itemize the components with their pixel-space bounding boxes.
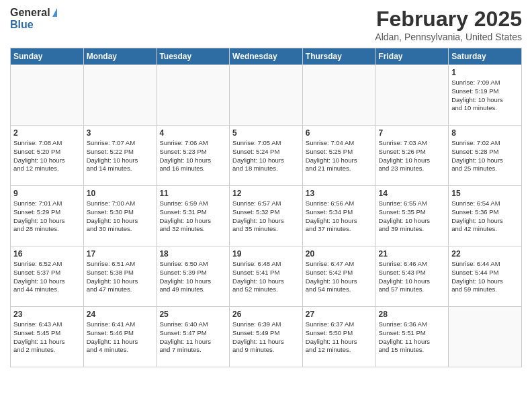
day-number: 24 — [87, 310, 154, 319]
day-info: Sunrise: 6:55 AM Sunset: 5:35 PM Dayligh… — [379, 199, 446, 234]
day-info: Sunrise: 6:54 AM Sunset: 5:36 PM Dayligh… — [451, 199, 519, 234]
calendar-cell: 2Sunrise: 7:08 AM Sunset: 5:20 PM Daylig… — [11, 126, 84, 186]
day-info: Sunrise: 6:52 AM Sunset: 5:37 PM Dayligh… — [13, 260, 81, 294]
logo-brand: General Blue — [10, 7, 57, 30]
calendar-cell: 10Sunrise: 7:00 AM Sunset: 5:30 PM Dayli… — [83, 186, 157, 246]
calendar-cell: 18Sunrise: 6:50 AM Sunset: 5:39 PM Dayli… — [157, 246, 230, 307]
day-number: 6 — [306, 128, 373, 138]
week-row-4: 16Sunrise: 6:52 AM Sunset: 5:37 PM Dayli… — [11, 246, 522, 307]
weekday-sunday: Sunday — [11, 48, 84, 65]
day-number: 23 — [13, 310, 81, 319]
calendar-cell: 3Sunrise: 7:07 AM Sunset: 5:22 PM Daylig… — [83, 126, 157, 186]
week-row-5: 23Sunrise: 6:43 AM Sunset: 5:45 PM Dayli… — [11, 307, 522, 367]
day-number: 18 — [159, 249, 226, 259]
calendar-cell — [11, 65, 84, 126]
logo-general-text: General — [10, 7, 50, 19]
day-info: Sunrise: 6:50 AM Sunset: 5:39 PM Dayligh… — [159, 260, 226, 294]
day-number: 20 — [306, 249, 373, 259]
day-info: Sunrise: 7:02 AM Sunset: 5:28 PM Dayligh… — [451, 139, 519, 173]
day-info: Sunrise: 7:09 AM Sunset: 5:19 PM Dayligh… — [451, 79, 519, 113]
calendar-cell — [230, 65, 303, 126]
day-info: Sunrise: 6:47 AM Sunset: 5:42 PM Dayligh… — [306, 260, 373, 294]
calendar-cell: 7Sunrise: 7:03 AM Sunset: 5:26 PM Daylig… — [375, 126, 449, 186]
weekday-saturday: Saturday — [449, 48, 522, 65]
day-info: Sunrise: 6:59 AM Sunset: 5:31 PM Dayligh… — [159, 199, 226, 234]
day-number: 27 — [306, 310, 373, 319]
calendar-cell: 28Sunrise: 6:36 AM Sunset: 5:51 PM Dayli… — [375, 307, 449, 367]
calendar-cell: 17Sunrise: 6:51 AM Sunset: 5:38 PM Dayli… — [83, 246, 157, 307]
day-number: 3 — [87, 128, 154, 138]
calendar-cell: 15Sunrise: 6:54 AM Sunset: 5:36 PM Dayli… — [449, 186, 522, 246]
day-info: Sunrise: 7:06 AM Sunset: 5:23 PM Dayligh… — [159, 139, 226, 173]
calendar-cell: 11Sunrise: 6:59 AM Sunset: 5:31 PM Dayli… — [157, 186, 230, 246]
day-info: Sunrise: 6:39 AM Sunset: 5:49 PM Dayligh… — [232, 320, 300, 355]
calendar-cell: 24Sunrise: 6:41 AM Sunset: 5:46 PM Dayli… — [83, 307, 157, 367]
day-number: 16 — [13, 249, 81, 259]
logo-triangle-icon — [52, 8, 57, 17]
calendar-cell: 21Sunrise: 6:46 AM Sunset: 5:43 PM Dayli… — [375, 246, 449, 307]
calendar-cell: 27Sunrise: 6:37 AM Sunset: 5:50 PM Dayli… — [302, 307, 375, 367]
day-number: 14 — [379, 189, 446, 198]
day-number: 21 — [379, 249, 446, 259]
calendar-cell: 1Sunrise: 7:09 AM Sunset: 5:19 PM Daylig… — [449, 65, 522, 126]
logo-blue-text: Blue — [10, 19, 34, 31]
day-info: Sunrise: 6:57 AM Sunset: 5:32 PM Dayligh… — [232, 199, 300, 234]
calendar-cell: 20Sunrise: 6:47 AM Sunset: 5:42 PM Dayli… — [302, 246, 375, 307]
day-info: Sunrise: 6:43 AM Sunset: 5:45 PM Dayligh… — [13, 320, 81, 355]
calendar-cell: 23Sunrise: 6:43 AM Sunset: 5:45 PM Dayli… — [11, 307, 84, 367]
calendar-cell — [157, 65, 230, 126]
title-block: February 2025 Aldan, Pennsylvania, Unite… — [375, 7, 522, 42]
calendar-cell: 13Sunrise: 6:56 AM Sunset: 5:34 PM Dayli… — [302, 186, 375, 246]
calendar-cell — [83, 65, 157, 126]
calendar-cell — [302, 65, 375, 126]
weekday-wednesday: Wednesday — [230, 48, 303, 65]
day-info: Sunrise: 6:56 AM Sunset: 5:34 PM Dayligh… — [306, 199, 373, 234]
weekday-header-row: SundayMondayTuesdayWednesdayThursdayFrid… — [11, 48, 522, 65]
logo: General Blue — [10, 7, 57, 30]
day-number: 2 — [13, 128, 81, 138]
day-number: 7 — [379, 128, 446, 138]
calendar-cell: 8Sunrise: 7:02 AM Sunset: 5:28 PM Daylig… — [449, 126, 522, 186]
day-info: Sunrise: 7:00 AM Sunset: 5:30 PM Dayligh… — [87, 199, 154, 234]
day-info: Sunrise: 7:03 AM Sunset: 5:26 PM Dayligh… — [379, 139, 446, 173]
calendar-cell: 6Sunrise: 7:04 AM Sunset: 5:25 PM Daylig… — [302, 126, 375, 186]
day-info: Sunrise: 6:48 AM Sunset: 5:41 PM Dayligh… — [232, 260, 300, 294]
calendar-cell: 22Sunrise: 6:44 AM Sunset: 5:44 PM Dayli… — [449, 246, 522, 307]
day-info: Sunrise: 7:01 AM Sunset: 5:29 PM Dayligh… — [13, 199, 81, 234]
header: General Blue February 2025 Aldan, Pennsy… — [10, 7, 522, 42]
day-number: 8 — [451, 128, 519, 138]
week-row-3: 9Sunrise: 7:01 AM Sunset: 5:29 PM Daylig… — [11, 186, 522, 246]
day-info: Sunrise: 6:51 AM Sunset: 5:38 PM Dayligh… — [87, 260, 154, 294]
day-info: Sunrise: 6:36 AM Sunset: 5:51 PM Dayligh… — [379, 320, 446, 355]
day-number: 25 — [159, 310, 226, 319]
page: General Blue February 2025 Aldan, Pennsy… — [0, 0, 532, 411]
calendar: SundayMondayTuesdayWednesdayThursdayFrid… — [10, 48, 522, 367]
day-number: 4 — [159, 128, 226, 138]
weekday-friday: Friday — [375, 48, 449, 65]
weekday-thursday: Thursday — [302, 48, 375, 65]
week-row-2: 2Sunrise: 7:08 AM Sunset: 5:20 PM Daylig… — [11, 126, 522, 186]
calendar-cell: 25Sunrise: 6:40 AM Sunset: 5:47 PM Dayli… — [157, 307, 230, 367]
day-number: 9 — [13, 189, 81, 198]
day-number: 13 — [306, 189, 373, 198]
day-info: Sunrise: 6:37 AM Sunset: 5:50 PM Dayligh… — [306, 320, 373, 355]
calendar-cell: 4Sunrise: 7:06 AM Sunset: 5:23 PM Daylig… — [157, 126, 230, 186]
day-number: 1 — [451, 68, 519, 77]
day-number: 26 — [232, 310, 300, 319]
day-number: 12 — [232, 189, 300, 198]
day-info: Sunrise: 7:08 AM Sunset: 5:20 PM Dayligh… — [13, 139, 81, 173]
day-number: 15 — [451, 189, 519, 198]
day-number: 10 — [87, 189, 154, 198]
calendar-cell: 5Sunrise: 7:05 AM Sunset: 5:24 PM Daylig… — [230, 126, 303, 186]
week-row-1: 1Sunrise: 7:09 AM Sunset: 5:19 PM Daylig… — [11, 65, 522, 126]
calendar-cell — [375, 65, 449, 126]
day-info: Sunrise: 6:41 AM Sunset: 5:46 PM Dayligh… — [87, 320, 154, 355]
calendar-cell: 26Sunrise: 6:39 AM Sunset: 5:49 PM Dayli… — [230, 307, 303, 367]
day-info: Sunrise: 6:44 AM Sunset: 5:44 PM Dayligh… — [451, 260, 519, 294]
calendar-cell — [449, 307, 522, 367]
day-info: Sunrise: 7:07 AM Sunset: 5:22 PM Dayligh… — [87, 139, 154, 173]
page-title: February 2025 — [375, 7, 522, 32]
day-number: 19 — [232, 249, 300, 259]
day-info: Sunrise: 7:05 AM Sunset: 5:24 PM Dayligh… — [232, 139, 300, 173]
day-number: 17 — [87, 249, 154, 259]
